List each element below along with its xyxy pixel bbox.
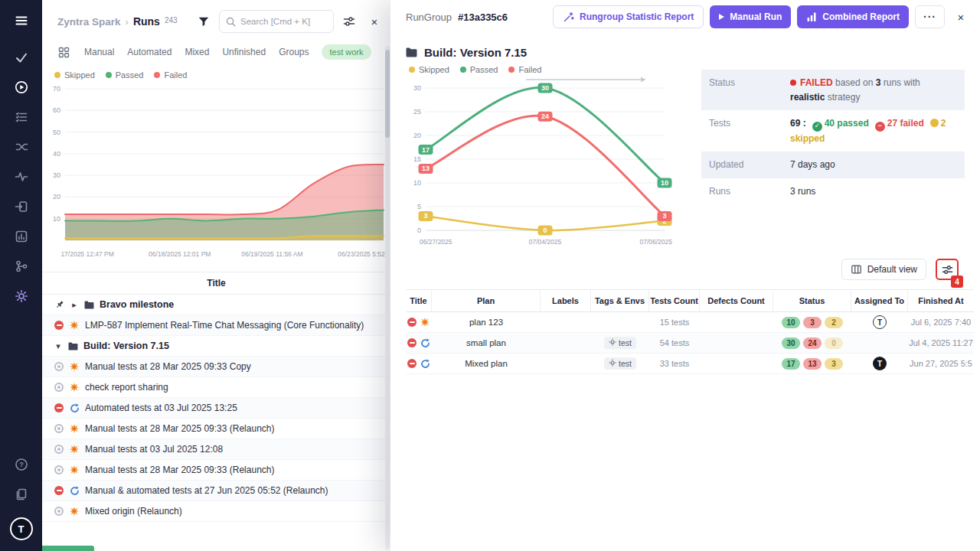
- status-failed-icon: [407, 338, 416, 347]
- scrollbar-thumb[interactable]: [385, 50, 390, 138]
- skipped-count-pill: 3: [825, 358, 843, 370]
- run-row[interactable]: ▾Build: Version 7.15: [42, 336, 390, 357]
- rungroup-label: RunGroup: [406, 11, 452, 23]
- more-actions-button[interactable]: ···: [915, 5, 945, 28]
- assignee-avatar[interactable]: T: [873, 315, 887, 329]
- column-header-tests-count[interactable]: Tests Count: [649, 290, 700, 311]
- run-row[interactable]: Mixed origin (Relaunch): [42, 501, 390, 522]
- rungroup-run-row[interactable]: small plantest54 tests30240Jul 4, 2025 1…: [406, 333, 974, 354]
- assignee-avatar[interactable]: T: [873, 357, 887, 370]
- tab-unfinished[interactable]: Unfinished: [222, 47, 266, 57]
- run-row[interactable]: LMP-587 Implement Real-Time Chat Messagi…: [42, 315, 390, 336]
- status-counts: 1032: [773, 312, 851, 332]
- help-icon[interactable]: ?: [8, 453, 34, 476]
- column-header-defects-count[interactable]: Defects Count: [700, 290, 773, 311]
- runs-icon[interactable]: [8, 76, 34, 99]
- column-header-tags-envs[interactable]: Tags & Envs: [591, 290, 649, 311]
- breadcrumb-project[interactable]: Zyntra Spark: [57, 16, 121, 28]
- rungroup-statistic-report-button[interactable]: Rungroup Statistic Report: [553, 5, 704, 28]
- analytics-icon[interactable]: [8, 225, 34, 248]
- column-header-plan[interactable]: Plan: [432, 290, 541, 311]
- column-header-labels[interactable]: Labels: [541, 290, 591, 311]
- column-header-status[interactable]: Status: [773, 290, 851, 311]
- column-header-finished-at[interactable]: Finished At: [908, 290, 974, 311]
- user-avatar[interactable]: T: [10, 517, 33, 540]
- run-title: Manual tests at 28 Mar 2025 09:33 Copy: [85, 361, 251, 372]
- default-view-button[interactable]: Default view: [841, 259, 926, 280]
- search-box[interactable]: [219, 10, 334, 33]
- filter-button[interactable]: [194, 11, 214, 31]
- svg-text:60: 60: [53, 106, 60, 114]
- runs-tabs: ManualAutomatedMixedUnfinishedGroups tes…: [42, 40, 390, 67]
- page-title: Runs: [133, 15, 160, 28]
- caret-right-icon[interactable]: ▸: [70, 300, 78, 310]
- annotation-box: 4: [936, 259, 959, 280]
- tag[interactable]: test: [604, 357, 636, 370]
- legend-item: Skipped: [409, 65, 449, 74]
- filter-tag[interactable]: test work: [322, 44, 371, 60]
- legend-item: Failed: [508, 65, 541, 74]
- run-title: Automated tests at 03 Jul 2025 13:25: [85, 403, 237, 413]
- folder-icon: [83, 299, 94, 310]
- svg-text:10: 10: [413, 179, 421, 187]
- run-row[interactable]: ▸Bravo milestone: [42, 295, 390, 315]
- run-type-cell: [406, 354, 432, 373]
- tests-value: 69 :✓40 passed−27 failed2 skipped: [790, 116, 957, 145]
- search-input[interactable]: [240, 17, 323, 26]
- run-row[interactable]: Manual tests at 28 Mar 2025 09:33 (Relau…: [42, 419, 390, 439]
- settings-icon[interactable]: [8, 285, 34, 308]
- run-row[interactable]: Manual tests at 28 Mar 2025 09:33 Copy: [42, 357, 390, 377]
- tags-cell: [591, 312, 649, 332]
- rungroup-run-row[interactable]: Mixed plantest33 tests17133TJun 27, 2025…: [406, 354, 974, 374]
- view-settings-icon[interactable]: [339, 11, 359, 31]
- column-header-assigned-to[interactable]: Assigned To: [851, 290, 908, 311]
- shared-steps-icon[interactable]: [8, 135, 34, 158]
- run-row[interactable]: Manual tests at 28 Mar 2025 09:33 (Relau…: [42, 460, 390, 481]
- table-body: plan 12315 tests1032TJul 6, 2025 7:40sma…: [406, 312, 974, 374]
- legend-label: Skipped: [64, 70, 95, 80]
- projects-icon[interactable]: [8, 46, 34, 69]
- run-row[interactable]: Manual tests at 03 Jul 2025 12:08: [42, 439, 390, 460]
- runs-panel: Zyntra Spark › Runs 243 × Man: [42, 0, 390, 551]
- run-row[interactable]: Manual & automated tests at 27 Jun 2025 …: [42, 481, 390, 501]
- menu-icon[interactable]: [8, 9, 34, 32]
- rungroup-chart-block: SkippedPassedFailed 05101520253030217301…: [406, 62, 691, 253]
- tab-automated[interactable]: Automated: [127, 47, 172, 57]
- drawer-close-button[interactable]: ×: [951, 7, 971, 27]
- run-title: Mixed origin (Relaunch): [85, 506, 182, 517]
- milestones-icon[interactable]: [8, 195, 34, 218]
- runs-header: Zyntra Spark › Runs 243 ×: [42, 0, 390, 40]
- manual-run-button[interactable]: Manual Run: [710, 5, 791, 28]
- panel-close-button[interactable]: ×: [364, 11, 384, 31]
- svg-text:30: 30: [53, 171, 60, 179]
- defects-count: [700, 312, 773, 332]
- view-grid-icon[interactable]: [56, 44, 71, 60]
- default-view-label: Default view: [867, 264, 917, 275]
- manual-run-icon: [69, 465, 80, 475]
- failed-count-pill: 24: [803, 337, 822, 349]
- test-cases-icon[interactable]: [8, 106, 34, 129]
- search-icon: [226, 17, 236, 27]
- tab-groups[interactable]: Groups: [279, 47, 309, 57]
- svg-text:70: 70: [53, 85, 60, 93]
- combined-report-button[interactable]: Combined Report: [797, 5, 909, 28]
- status-aborted-icon: [54, 507, 64, 516]
- skipped-count-pill: 0: [825, 337, 843, 349]
- documents-icon[interactable]: [8, 483, 34, 506]
- play-icon: [719, 14, 724, 20]
- caret-down-icon[interactable]: ▾: [54, 341, 62, 351]
- run-row[interactable]: Automated tests at 03 Jul 2025 13:25: [42, 398, 390, 419]
- manual-run-icon: [69, 320, 80, 331]
- scrollbar[interactable]: [385, 46, 390, 549]
- bar-chart-icon: [806, 11, 817, 22]
- column-header-title[interactable]: Title: [406, 290, 432, 311]
- defects-icon[interactable]: [8, 165, 34, 188]
- run-row[interactable]: check report sharing: [42, 377, 390, 398]
- tab-mixed[interactable]: Mixed: [185, 47, 209, 57]
- svg-text:13: 13: [422, 165, 430, 172]
- runs-table-title-header: Title: [42, 272, 390, 295]
- rungroup-run-row[interactable]: plan 12315 tests1032TJul 6, 2025 7:40: [406, 312, 974, 333]
- tab-manual[interactable]: Manual: [84, 47, 114, 57]
- tag[interactable]: test: [604, 337, 636, 349]
- integrations-icon[interactable]: [8, 255, 34, 278]
